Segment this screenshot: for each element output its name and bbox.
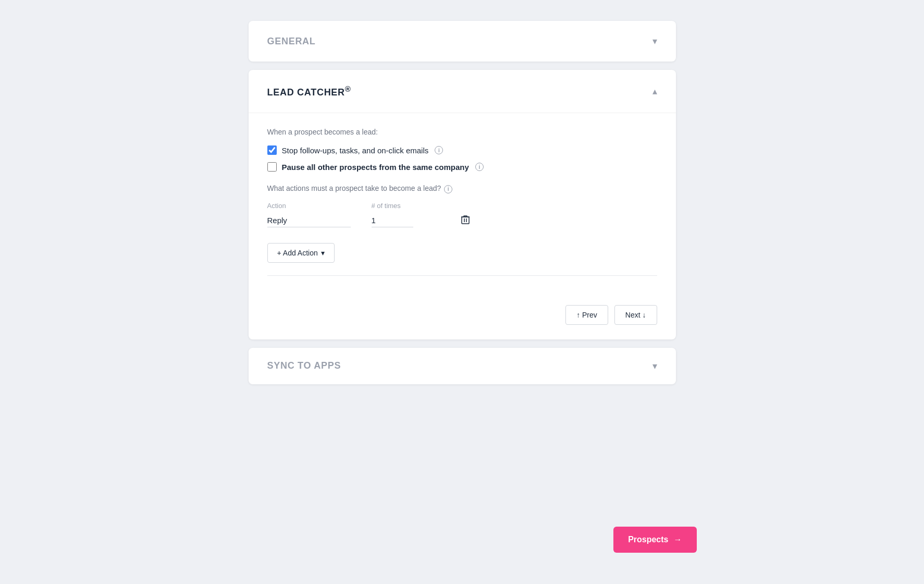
general-title: GENERAL [267,36,316,47]
delete-action-button[interactable] [455,213,476,228]
times-input[interactable] [372,214,413,227]
add-action-button[interactable]: + Add Action ▾ [267,243,335,263]
action-row [267,213,657,228]
trash-icon [461,215,470,224]
action-input[interactable] [267,214,351,227]
pause-prospects-checkbox[interactable] [267,162,277,172]
pause-prospects-info-icon[interactable]: i [475,163,484,171]
next-button[interactable]: Next ↓ [614,305,657,325]
lead-catcher-body: When a prospect becomes a lead: Stop fol… [249,113,676,305]
lead-catcher-card: LEAD CATCHER® ▴ When a prospect becomes … [249,70,676,339]
sync-to-apps-header[interactable]: SYNC TO APPS ▾ [249,348,676,384]
stop-followups-checkbox[interactable] [267,145,277,155]
lead-catcher-chevron: ▴ [652,86,657,97]
action-col-header: Action [267,202,372,210]
stop-followups-info-icon[interactable]: i [435,146,443,154]
actions-table-header: Action # of times [267,202,657,210]
section-divider [267,275,657,276]
times-col-header: # of times [372,202,455,210]
prev-button[interactable]: ↑ Prev [565,305,608,325]
sync-to-apps-title: SYNC TO APPS [267,360,341,371]
sync-to-apps-chevron: ▾ [652,360,657,372]
general-card: GENERAL ▾ [249,21,676,62]
stop-followups-row: Stop follow-ups, tasks, and on-click ema… [267,145,657,155]
stop-followups-label: Stop follow-ups, tasks, and on-click ema… [282,146,429,155]
pause-prospects-label: Pause all other prospects from the same … [282,163,469,172]
prospects-button[interactable]: Prospects → [613,527,696,553]
card-footer: ↑ Prev Next ↓ [249,305,676,339]
pause-prospects-row: Pause all other prospects from the same … [267,162,657,172]
actions-question-info-icon[interactable]: i [444,185,452,193]
svg-rect-0 [462,217,469,224]
sync-to-apps-card: SYNC TO APPS ▾ [249,348,676,384]
lead-catcher-header[interactable]: LEAD CATCHER® ▴ [249,70,676,113]
actions-question: What actions must a prospect take to bec… [267,184,657,193]
general-chevron: ▾ [652,35,657,47]
when-prospect-label: When a prospect becomes a lead: [267,128,657,136]
lead-catcher-title: LEAD CATCHER® [267,84,351,98]
general-header[interactable]: GENERAL ▾ [249,21,676,62]
